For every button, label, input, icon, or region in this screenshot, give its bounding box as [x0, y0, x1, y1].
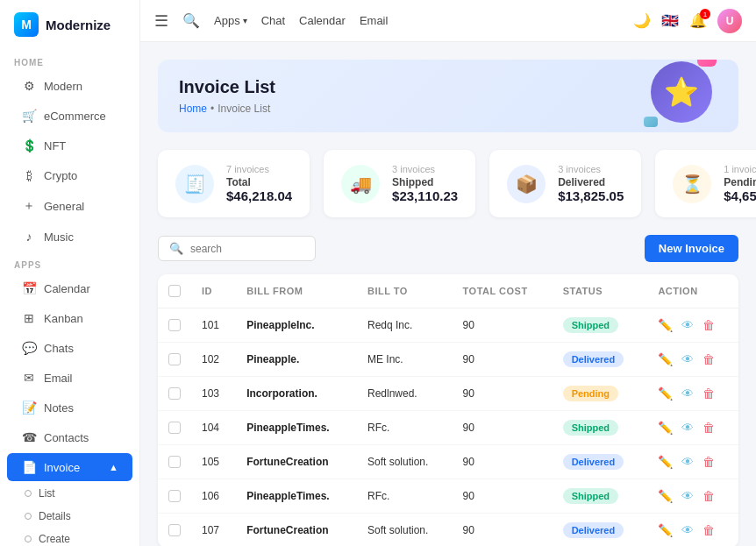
calendar-nav-link[interactable]: Calendar [299, 14, 346, 27]
dark-mode-icon[interactable]: 🌙 [633, 12, 651, 29]
delete-icon[interactable]: 🗑 [703, 352, 715, 366]
delete-icon[interactable]: 🗑 [703, 386, 715, 401]
edit-icon[interactable]: ✏️ [658, 318, 673, 332]
view-icon[interactable]: 👁 [681, 489, 694, 503]
row-checkbox-cell [158, 479, 191, 514]
edit-icon[interactable]: ✏️ [658, 455, 673, 469]
row-action: ✏️ 👁 🗑 [647, 514, 738, 547]
chats-icon: 💬 [21, 341, 37, 355]
sidebar-sub-create[interactable]: Create [25, 528, 139, 546]
row-bill-from: PineappleTimes. [236, 479, 357, 514]
star-icon: ⭐ [664, 75, 699, 109]
stat-label: Delivered [558, 176, 624, 188]
edit-icon[interactable]: ✏️ [658, 489, 673, 503]
view-icon[interactable]: 👁 [681, 421, 694, 435]
music-icon: ♪ [21, 230, 37, 244]
delete-icon[interactable]: 🗑 [703, 318, 715, 332]
view-icon[interactable]: 👁 [681, 386, 694, 401]
sidebar-item-kanban[interactable]: ⊞ Kanban [7, 304, 132, 332]
row-id: 106 [191, 479, 236, 514]
row-checkbox[interactable] [168, 456, 181, 468]
breadcrumb-home[interactable]: Home [179, 103, 207, 115]
row-action: ✏️ 👁 🗑 [647, 411, 738, 445]
sidebar-item-notes[interactable]: 📝 Notes [7, 394, 132, 422]
apps-section-label: APPS [0, 252, 139, 273]
new-invoice-button[interactable]: New Invoice [645, 235, 738, 262]
sidebar-item-chats[interactable]: 💬 Chats [7, 334, 132, 362]
col-bill-to: BILL TO [357, 274, 453, 308]
edit-icon[interactable]: ✏️ [658, 352, 673, 366]
delete-icon[interactable]: 🗑 [703, 489, 715, 503]
stat-info: 1 invoices Pending $4,655.63 [724, 164, 756, 203]
row-status: Pending [553, 377, 648, 411]
status-badge: Delivered [563, 351, 624, 367]
delete-icon[interactable]: 🗑 [703, 421, 715, 435]
stat-card-total: 🧾 7 invoices Total $46,218.04 [158, 150, 310, 217]
view-icon[interactable]: 👁 [681, 318, 694, 332]
stat-info: 3 invoices Shipped $23,110.23 [392, 164, 458, 203]
sidebar-item-modern[interactable]: ⚙ Modern [7, 72, 132, 100]
delivered-icon: 📦 [507, 165, 546, 203]
sidebar-item-music[interactable]: ♪ Music [7, 223, 132, 251]
chevron-up-icon: ▲ [109, 462, 118, 472]
notifications-icon[interactable]: 🔔 1 [689, 12, 707, 29]
row-status: Shipped [553, 479, 648, 514]
email-nav-link[interactable]: Email [360, 14, 389, 27]
crypto-icon: ₿ [21, 168, 37, 182]
row-checkbox[interactable] [168, 524, 181, 536]
row-checkbox[interactable] [168, 319, 181, 331]
sub-label: Create [39, 533, 70, 545]
sidebar-item-nft[interactable]: 💲 NFT [7, 131, 132, 160]
sidebar-item-email[interactable]: ✉ Email [7, 364, 132, 392]
sidebar-item-contacts[interactable]: ☎ Contacts [7, 423, 132, 451]
status-badge: Pending [563, 386, 618, 401]
view-icon[interactable]: 👁 [681, 523, 694, 537]
banner-card2-decoration [644, 117, 658, 127]
shipped-icon: 🚚 [341, 165, 380, 203]
row-checkbox[interactable] [168, 490, 181, 502]
sidebar-item-crypto[interactable]: ₿ Crypto [7, 161, 132, 189]
search-input[interactable] [190, 243, 304, 255]
row-action: ✏️ 👁 🗑 [647, 343, 738, 377]
sidebar-sub-details[interactable]: Details [25, 505, 139, 528]
row-checkbox[interactable] [168, 422, 181, 434]
sidebar-item-label: Contacts [44, 431, 89, 444]
sidebar-sub-list[interactable]: List [25, 482, 139, 505]
view-icon[interactable]: 👁 [681, 352, 694, 366]
user-avatar[interactable]: U [717, 9, 742, 33]
sidebar-item-calendar[interactable]: 📅 Calendar [7, 274, 132, 302]
language-icon[interactable]: 🇬🇧 [661, 12, 679, 29]
delete-icon[interactable]: 🗑 [703, 455, 715, 469]
edit-icon[interactable]: ✏️ [658, 523, 673, 537]
col-status: STATUS [553, 274, 648, 308]
col-action: ACTION [647, 274, 738, 308]
sidebar-item-label: eCommerce [44, 110, 106, 123]
sidebar-item-label: NFT [44, 139, 66, 152]
sidebar-item-general[interactable]: ＋ General [7, 191, 132, 221]
row-checkbox[interactable] [168, 387, 181, 400]
sidebar-item-invoice[interactable]: 📄 Invoice ▲ [7, 453, 132, 481]
hamburger-icon[interactable]: ☰ [154, 11, 168, 31]
stat-card-pending: ⏳ 1 invoices Pending $4,655.63 [655, 150, 756, 217]
edit-icon[interactable]: ✏️ [658, 421, 673, 435]
view-icon[interactable]: 👁 [681, 455, 694, 469]
row-action: ✏️ 👁 🗑 [647, 377, 738, 411]
delete-icon[interactable]: 🗑 [703, 523, 715, 537]
edit-icon[interactable]: ✏️ [658, 386, 673, 401]
dot-icon [25, 490, 32, 497]
col-id: ID [191, 274, 236, 308]
breadcrumb-separator: • [210, 103, 214, 115]
stat-card-delivered: 📦 3 invoices Delivered $13,825.05 [489, 150, 641, 217]
search-box[interactable]: 🔍 [158, 236, 316, 261]
stat-value: $13,825.05 [558, 188, 624, 203]
sub-label: Details [39, 510, 71, 522]
invoice-table: ID BILL FROM BILL TO TOTAL COST STATUS A… [158, 274, 738, 546]
row-bill-to: RFc. [357, 411, 453, 445]
chat-nav-link[interactable]: Chat [261, 14, 285, 27]
search-icon[interactable]: 🔍 [182, 12, 200, 29]
sidebar-item-ecommerce[interactable]: 🛒 eCommerce [7, 102, 132, 130]
select-all-checkbox[interactable] [168, 285, 181, 297]
status-badge: Shipped [563, 420, 618, 436]
row-checkbox[interactable] [168, 353, 181, 365]
apps-nav-link[interactable]: Apps ▾ [214, 14, 247, 27]
